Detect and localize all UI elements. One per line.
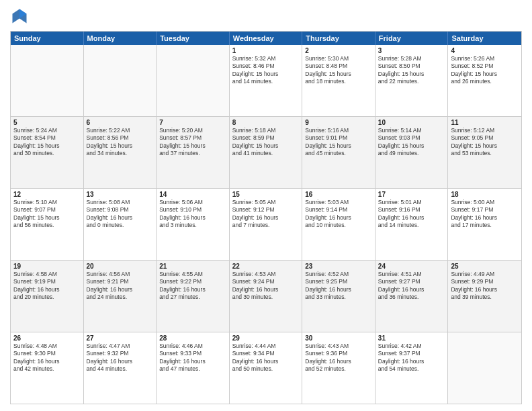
calendar-header-row: SundayMondayTuesdayWednesdayThursdayFrid…: [11, 32, 521, 45]
cal-cell-3-3: 14Sunrise: 5:06 AM Sunset: 9:10 PM Dayli…: [157, 189, 230, 260]
day-info: Sunrise: 5:06 AM Sunset: 9:10 PM Dayligh…: [159, 199, 226, 230]
day-info: Sunrise: 5:28 AM Sunset: 8:50 PM Dayligh…: [378, 55, 445, 86]
day-info: Sunrise: 5:05 AM Sunset: 9:12 PM Dayligh…: [232, 199, 300, 230]
day-number: 28: [159, 334, 226, 342]
cal-cell-1-2: [84, 45, 157, 116]
day-number: 30: [305, 334, 372, 342]
cal-cell-4-4: 22Sunrise: 4:53 AM Sunset: 9:24 PM Dayli…: [230, 261, 303, 332]
day-info: Sunrise: 4:52 AM Sunset: 9:25 PM Dayligh…: [305, 271, 372, 302]
day-number: 16: [305, 191, 372, 198]
day-number: 12: [13, 191, 81, 198]
cal-cell-1-6: 3Sunrise: 5:28 AM Sunset: 8:50 PM Daylig…: [375, 45, 449, 116]
day-info: Sunrise: 4:43 AM Sunset: 9:36 PM Dayligh…: [305, 342, 372, 373]
day-info: Sunrise: 4:56 AM Sunset: 9:21 PM Dayligh…: [87, 271, 154, 302]
cal-week-5: 26Sunrise: 4:48 AM Sunset: 9:30 PM Dayli…: [11, 332, 521, 404]
cal-cell-1-7: 4Sunrise: 5:26 AM Sunset: 8:52 PM Daylig…: [448, 45, 521, 116]
cal-cell-1-5: 2Sunrise: 5:30 AM Sunset: 8:48 PM Daylig…: [302, 45, 375, 116]
day-info: Sunrise: 5:26 AM Sunset: 8:52 PM Dayligh…: [451, 55, 519, 86]
cal-header-friday: Friday: [375, 32, 449, 45]
cal-cell-2-5: 9Sunrise: 5:16 AM Sunset: 9:01 PM Daylig…: [302, 117, 375, 188]
cal-cell-4-6: 24Sunrise: 4:51 AM Sunset: 9:27 PM Dayli…: [375, 261, 449, 332]
cal-cell-5-2: 27Sunrise: 4:47 AM Sunset: 9:32 PM Dayli…: [84, 332, 157, 404]
day-info: Sunrise: 5:30 AM Sunset: 8:48 PM Dayligh…: [305, 55, 372, 86]
cal-cell-1-1: [11, 45, 84, 116]
day-number: 5: [13, 119, 81, 126]
cal-cell-5-1: 26Sunrise: 4:48 AM Sunset: 9:30 PM Dayli…: [11, 332, 84, 404]
day-info: Sunrise: 5:32 AM Sunset: 8:46 PM Dayligh…: [232, 55, 300, 86]
day-number: 6: [87, 119, 154, 126]
cal-cell-1-3: [157, 45, 230, 116]
day-info: Sunrise: 5:16 AM Sunset: 9:01 PM Dayligh…: [305, 127, 372, 158]
day-number: 18: [451, 191, 519, 198]
day-number: 1: [232, 47, 300, 54]
day-info: Sunrise: 4:48 AM Sunset: 9:30 PM Dayligh…: [13, 342, 81, 373]
cal-week-3: 12Sunrise: 5:10 AM Sunset: 9:07 PM Dayli…: [11, 189, 521, 261]
cal-cell-5-7: [448, 332, 521, 404]
calendar: SundayMondayTuesdayWednesdayThursdayFrid…: [10, 31, 522, 404]
day-info: Sunrise: 4:53 AM Sunset: 9:24 PM Dayligh…: [232, 271, 300, 302]
cal-cell-5-6: 31Sunrise: 4:42 AM Sunset: 9:37 PM Dayli…: [375, 332, 449, 404]
day-info: Sunrise: 4:58 AM Sunset: 9:19 PM Dayligh…: [13, 271, 81, 302]
cal-header-monday: Monday: [84, 32, 157, 45]
cal-cell-4-1: 19Sunrise: 4:58 AM Sunset: 9:19 PM Dayli…: [11, 261, 84, 332]
day-info: Sunrise: 4:44 AM Sunset: 9:34 PM Dayligh…: [232, 342, 300, 373]
day-info: Sunrise: 5:10 AM Sunset: 9:07 PM Dayligh…: [13, 199, 81, 230]
cal-cell-2-4: 8Sunrise: 5:18 AM Sunset: 8:59 PM Daylig…: [230, 117, 303, 188]
day-number: 7: [159, 119, 226, 126]
day-info: Sunrise: 4:47 AM Sunset: 9:32 PM Dayligh…: [87, 342, 154, 373]
cal-cell-5-4: 29Sunrise: 4:44 AM Sunset: 9:34 PM Dayli…: [230, 332, 303, 404]
day-number: 17: [378, 191, 445, 198]
cal-cell-2-6: 10Sunrise: 5:14 AM Sunset: 9:03 PM Dayli…: [375, 117, 449, 188]
cal-week-1: 1Sunrise: 5:32 AM Sunset: 8:46 PM Daylig…: [11, 45, 521, 117]
cal-week-2: 5Sunrise: 5:24 AM Sunset: 8:54 PM Daylig…: [11, 117, 521, 189]
day-number: 11: [451, 119, 519, 126]
day-info: Sunrise: 4:42 AM Sunset: 9:37 PM Dayligh…: [378, 342, 445, 373]
page: SundayMondayTuesdayWednesdayThursdayFrid…: [0, 0, 532, 411]
cal-cell-2-2: 6Sunrise: 5:22 AM Sunset: 8:56 PM Daylig…: [84, 117, 157, 188]
cal-cell-4-3: 21Sunrise: 4:55 AM Sunset: 9:22 PM Dayli…: [157, 261, 230, 332]
cal-cell-2-1: 5Sunrise: 5:24 AM Sunset: 8:54 PM Daylig…: [11, 117, 84, 188]
logo: [10, 7, 32, 26]
cal-cell-2-7: 11Sunrise: 5:12 AM Sunset: 9:05 PM Dayli…: [448, 117, 521, 188]
cal-cell-1-4: 1Sunrise: 5:32 AM Sunset: 8:46 PM Daylig…: [230, 45, 303, 116]
cal-header-tuesday: Tuesday: [157, 32, 230, 45]
cal-cell-4-7: 25Sunrise: 4:49 AM Sunset: 9:29 PM Dayli…: [448, 261, 521, 332]
cal-cell-3-1: 12Sunrise: 5:10 AM Sunset: 9:07 PM Dayli…: [11, 189, 84, 260]
day-number: 8: [232, 119, 300, 126]
cal-week-4: 19Sunrise: 4:58 AM Sunset: 9:19 PM Dayli…: [11, 261, 521, 332]
day-number: 25: [451, 263, 519, 270]
day-info: Sunrise: 5:22 AM Sunset: 8:56 PM Dayligh…: [87, 127, 154, 158]
day-number: 21: [159, 263, 226, 270]
day-info: Sunrise: 5:01 AM Sunset: 9:16 PM Dayligh…: [378, 199, 445, 230]
day-number: 4: [451, 47, 519, 54]
day-info: Sunrise: 5:03 AM Sunset: 9:14 PM Dayligh…: [305, 199, 372, 230]
day-number: 31: [378, 334, 445, 342]
day-number: 22: [232, 263, 300, 270]
day-number: 23: [305, 263, 372, 270]
cal-cell-3-6: 17Sunrise: 5:01 AM Sunset: 9:16 PM Dayli…: [375, 189, 449, 260]
day-info: Sunrise: 5:08 AM Sunset: 9:08 PM Dayligh…: [87, 199, 154, 230]
cal-cell-5-5: 30Sunrise: 4:43 AM Sunset: 9:36 PM Dayli…: [302, 332, 375, 404]
day-info: Sunrise: 5:20 AM Sunset: 8:57 PM Dayligh…: [159, 127, 226, 158]
day-number: 15: [232, 191, 300, 198]
cal-header-saturday: Saturday: [448, 32, 521, 45]
day-info: Sunrise: 4:49 AM Sunset: 9:29 PM Dayligh…: [451, 271, 519, 302]
cal-cell-3-2: 13Sunrise: 5:08 AM Sunset: 9:08 PM Dayli…: [84, 189, 157, 260]
day-number: 3: [378, 47, 445, 54]
day-info: Sunrise: 5:12 AM Sunset: 9:05 PM Dayligh…: [451, 127, 519, 158]
cal-header-sunday: Sunday: [11, 32, 84, 45]
day-info: Sunrise: 5:14 AM Sunset: 9:03 PM Dayligh…: [378, 127, 445, 158]
cal-header-thursday: Thursday: [302, 32, 375, 45]
day-number: 20: [87, 263, 154, 270]
day-info: Sunrise: 5:24 AM Sunset: 8:54 PM Dayligh…: [13, 127, 81, 158]
day-info: Sunrise: 5:00 AM Sunset: 9:17 PM Dayligh…: [451, 199, 519, 230]
day-number: 24: [378, 263, 445, 270]
logo-icon: [10, 7, 29, 26]
cal-cell-4-2: 20Sunrise: 4:56 AM Sunset: 9:21 PM Dayli…: [84, 261, 157, 332]
day-number: 19: [13, 263, 81, 270]
day-number: 29: [232, 334, 300, 342]
cal-cell-3-4: 15Sunrise: 5:05 AM Sunset: 9:12 PM Dayli…: [230, 189, 303, 260]
day-number: 13: [87, 191, 154, 198]
day-number: 27: [87, 334, 154, 342]
cal-cell-3-5: 16Sunrise: 5:03 AM Sunset: 9:14 PM Dayli…: [302, 189, 375, 260]
